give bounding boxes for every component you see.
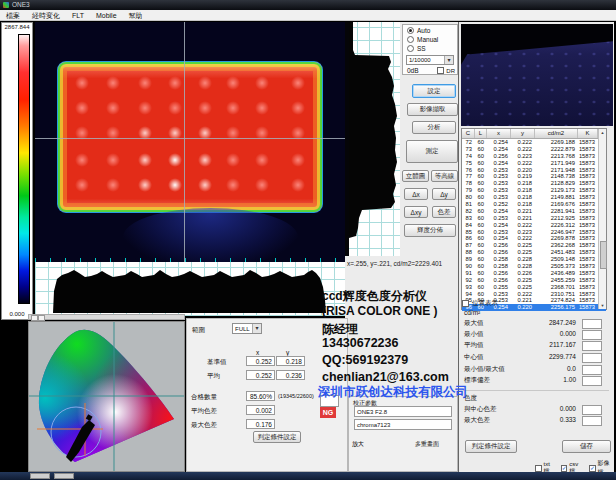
multi-screen-group-label: 多重畫面	[415, 440, 439, 449]
table-row[interactable]: 72600.2540.2222269.18815873	[462, 139, 606, 146]
table-row[interactable]: 77600.2530.2192148.73815873	[462, 173, 606, 180]
radio-ss-icon[interactable]	[407, 45, 414, 52]
table-row[interactable]: 79600.2530.2182129.17315873	[462, 187, 606, 194]
measurement-table-body: 72600.2540.2222269.1881587373600.2540.22…	[462, 139, 606, 311]
table-row[interactable]: 85600.2530.2232246.94715873	[462, 229, 606, 236]
scroll-up-icon[interactable]: ▲	[599, 130, 606, 135]
horizontal-profile-plot	[35, 262, 345, 316]
stat-label: 最大值	[464, 319, 484, 328]
radio-auto-icon[interactable]	[407, 27, 414, 34]
bottom-button[interactable]	[54, 473, 74, 479]
app-window: ONE3 檔案 経時変化 FLT Mobile 幫助 2867.844 0.00…	[0, 0, 616, 480]
table-row[interactable]: 82600.2540.2212281.94115873	[462, 208, 606, 215]
range-select[interactable]: FULL	[232, 323, 262, 334]
table-row[interactable]: 80600.2530.2182149.88115873	[462, 194, 606, 201]
solid-view-button[interactable]: 立體圖	[402, 170, 429, 182]
table-row[interactable]: 87600.2560.2252362.26815873	[462, 242, 606, 249]
save-button[interactable]: 儲存	[562, 440, 611, 453]
table-row[interactable]: 78600.2530.2182128.82915873	[462, 180, 606, 187]
txt-checkbox[interactable]	[535, 465, 542, 472]
table-cell: 86	[462, 235, 475, 242]
cursor-readout: x=.255, y=.221, cd/m2=2229.401	[347, 260, 457, 267]
result-box	[582, 330, 602, 340]
table-cell: 2171.949	[535, 160, 578, 167]
menu-time-variation[interactable]: 経時変化	[26, 10, 66, 21]
heatmap-dot	[74, 76, 90, 90]
menu-help[interactable]: 幫助	[123, 10, 149, 21]
judge-condition-button-right[interactable]: 判定條件設定	[465, 440, 517, 453]
scroll-down-icon[interactable]: ▼	[599, 303, 606, 308]
contact-qq: QQ:569192379	[322, 353, 408, 367]
table-row[interactable]: 75600.2540.2222171.94915873	[462, 160, 606, 167]
dr-checkbox-row[interactable]: DR	[437, 67, 455, 74]
radio-manual[interactable]: Manual	[407, 36, 438, 43]
csv-checkbox[interactable]	[561, 465, 568, 472]
table-cell: 15873	[578, 256, 598, 263]
heatmap-dot	[167, 101, 183, 115]
shutter-speed-select[interactable]: 1/10000	[406, 55, 454, 65]
luminance-dist-button[interactable]: 輝度分佈	[404, 224, 456, 237]
analyze-button[interactable]: 分析	[412, 121, 456, 134]
table-cell: 15873	[578, 229, 598, 236]
measure-button[interactable]: 測定	[406, 140, 458, 163]
delta-x-button[interactable]: Δx	[404, 188, 428, 200]
table-row[interactable]: 76600.2530.2202171.94815873	[462, 167, 606, 174]
table-row[interactable]: 86600.2540.2222269.87815873	[462, 235, 606, 242]
radio-manual-icon[interactable]	[407, 36, 414, 43]
table-row[interactable]: 73600.2540.2222222.87915873	[462, 146, 606, 153]
ref-label: 基準值	[207, 358, 227, 367]
heatmap-dot	[167, 178, 183, 192]
dr-checkbox[interactable]	[437, 67, 444, 74]
calibration-field-2[interactable]: chroma7123	[354, 419, 452, 430]
right-panel: C L x y cd/m2 K 72600.2540.2222269.18815…	[458, 22, 614, 472]
table-cell: 88	[462, 249, 475, 256]
contact-title: ccd辉度色度分析仪	[322, 288, 427, 305]
color-diff-button[interactable]: 色差	[432, 206, 456, 218]
position-display-row[interactable]: 位置表示	[462, 299, 498, 308]
luminance-color-scale	[18, 34, 30, 304]
position-display-checkbox[interactable]	[462, 300, 469, 307]
range-label: 範圍	[192, 326, 205, 335]
table-cell: 91	[462, 270, 475, 277]
table-row[interactable]: 84600.2540.2222226.31215873	[462, 222, 606, 229]
capture-image-button[interactable]: 影像擷取	[407, 103, 458, 116]
table-cell: 15873	[578, 277, 598, 284]
table-cell: 2451.483	[535, 249, 578, 256]
calibration-field-1[interactable]: ONE3 F2.8	[354, 406, 452, 417]
table-row[interactable]: 83600.2530.2212212.92515873	[462, 215, 606, 222]
bottom-button[interactable]	[30, 473, 50, 479]
table-row[interactable]: 74600.2560.2232213.76815873	[462, 153, 606, 160]
table-cell: 0.258	[487, 256, 511, 263]
radio-auto[interactable]: Auto	[407, 27, 430, 34]
image-checkbox[interactable]	[589, 465, 596, 472]
table-row[interactable]: 88600.2560.2252451.48315873	[462, 249, 606, 256]
set-button[interactable]: 設定	[412, 84, 456, 98]
table-row[interactable]: 94600.2530.2222310.75115873	[462, 291, 606, 298]
table-cell: 60	[475, 208, 487, 215]
table-row[interactable]: 92600.2560.2252455.25915873	[462, 277, 606, 284]
heatmap-dot	[137, 101, 153, 115]
table-row[interactable]: 93600.2550.2252368.70115873	[462, 284, 606, 291]
table-scrollbar[interactable]: ▲ ▼	[598, 129, 606, 309]
table-row[interactable]: 89600.2580.2282509.14815873	[462, 256, 606, 263]
table-row[interactable]: 90600.2580.2282505.37315873	[462, 263, 606, 270]
menu-mobile[interactable]: Mobile	[90, 10, 123, 21]
gain-row: 0dB DR	[407, 67, 455, 74]
table-cell: 2246.947	[535, 229, 578, 236]
delta-y-button[interactable]: Δy	[432, 188, 456, 200]
menu-flt[interactable]: FLT	[66, 10, 90, 21]
judge-condition-button-left[interactable]: 判定條件設定	[253, 431, 301, 443]
table-row[interactable]: 91600.2560.2262436.48915873	[462, 270, 606, 277]
menu-file[interactable]: 檔案	[0, 10, 26, 21]
table-cell: 60	[475, 270, 487, 277]
table-cell: 15873	[578, 304, 598, 311]
contour-button[interactable]: 等高線	[431, 170, 458, 182]
radio-ss[interactable]: SS	[407, 45, 426, 52]
luminance-heatmap[interactable]	[35, 22, 345, 262]
heatmap-dot	[197, 178, 213, 192]
delta-xy-button[interactable]: Δxy	[404, 206, 428, 218]
scroll-thumb[interactable]	[600, 241, 607, 269]
table-row[interactable]: 81600.2520.2182169.67615873	[462, 201, 606, 208]
table-cell: 89	[462, 256, 475, 263]
table-cell: 0.218	[511, 187, 535, 194]
